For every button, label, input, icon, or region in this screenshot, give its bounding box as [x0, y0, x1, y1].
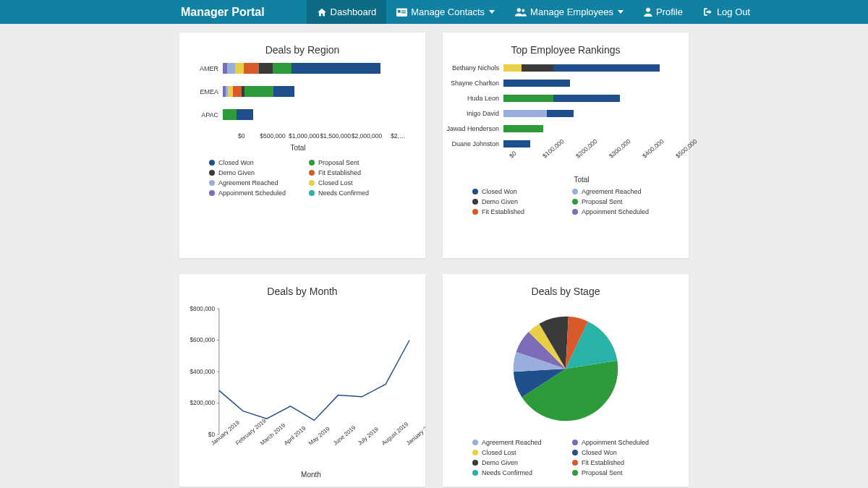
nav-dashboard[interactable]: Dashboard	[307, 0, 387, 24]
bar-segment[interactable]	[503, 64, 522, 72]
region-bar-label: EMEA	[182, 88, 223, 95]
emp-bar-label: Shayne Charlton	[446, 80, 503, 87]
emp-bar-row: Jawad Henderson	[446, 124, 674, 133]
legend-swatch	[472, 199, 478, 205]
legend-item[interactable]: Agreement Reached	[209, 179, 296, 187]
bar-segment[interactable]	[503, 110, 547, 117]
legend-label: Agreement Reached	[218, 179, 278, 187]
nav-dashboard-label: Dashboard	[331, 7, 377, 17]
emp-axis-label: Total	[446, 176, 674, 184]
bar-segment[interactable]	[503, 125, 543, 132]
legend-item[interactable]: Demo Given	[209, 169, 296, 176]
bar-segment[interactable]	[547, 110, 574, 117]
legend-item[interactable]: Demo Given	[472, 198, 559, 205]
emp-bar-track[interactable]	[503, 125, 674, 132]
legend-swatch	[572, 460, 578, 466]
region-bar-track[interactable]	[223, 63, 414, 74]
bar-segment[interactable]	[244, 63, 259, 74]
legend-item[interactable]: Proposal Sent	[309, 159, 396, 166]
bar-segment[interactable]	[259, 63, 273, 74]
nav-employees-label: Manage Employees	[530, 7, 613, 17]
emp-bar-track[interactable]	[503, 110, 674, 117]
legend-item[interactable]: Needs Confirmed	[472, 469, 559, 476]
legend-label: Agreement Reached	[582, 188, 642, 195]
legend-item[interactable]: Fit Established	[572, 459, 659, 466]
legend-item[interactable]: Proposal Sent	[572, 198, 659, 205]
legend-label: Proposal Sent	[582, 198, 623, 205]
legend-item[interactable]: Appoinment Scheduled	[209, 189, 296, 197]
legend-item[interactable]: Proposal Sent	[572, 469, 659, 476]
svg-point-6	[646, 8, 650, 12]
legend-item[interactable]: Closed Lost	[472, 449, 559, 456]
emp-bar-track[interactable]	[503, 95, 674, 102]
nav-employees[interactable]: Manage Employees	[505, 0, 634, 24]
svg-text:$600,000: $600,000	[190, 336, 216, 343]
svg-rect-1	[398, 9, 401, 12]
legend-item[interactable]: Fit Established	[309, 169, 396, 176]
emp-bar-label: Bethany Nichols	[446, 64, 503, 72]
emp-bar-track[interactable]	[503, 80, 674, 87]
region-bar-track[interactable]	[223, 109, 414, 120]
legend-item[interactable]: Appoinment Scheduled	[572, 208, 659, 215]
legend-label: Closed Won	[482, 188, 517, 195]
bar-segment[interactable]	[503, 95, 553, 102]
legend-swatch	[209, 190, 215, 196]
bar-segment[interactable]	[522, 64, 553, 72]
nav-logout[interactable]: Log Out	[693, 0, 760, 24]
bar-segment[interactable]	[227, 63, 234, 74]
month-axis-label: Month	[179, 471, 425, 479]
bar-segment[interactable]	[292, 63, 381, 74]
bar-segment[interactable]	[233, 86, 242, 97]
legend-item[interactable]: Closed Lost	[309, 179, 396, 187]
bar-segment[interactable]	[235, 63, 244, 74]
home-icon	[317, 7, 327, 17]
legend-label: Agreement Reached	[482, 439, 542, 446]
legend-swatch	[572, 440, 578, 445]
svg-point-4	[517, 8, 521, 12]
nav-profile[interactable]: Profile	[634, 0, 693, 24]
nav-contacts[interactable]: Manage Contacts	[386, 0, 505, 24]
legend-item[interactable]: Closed Won	[209, 159, 296, 166]
bar-segment[interactable]	[553, 64, 660, 72]
nav-profile-label: Profile	[656, 7, 683, 17]
legend-swatch	[472, 189, 478, 194]
region-legend: Closed WonProposal SentDemo GivenFit Est…	[179, 152, 425, 205]
bar-segment[interactable]	[237, 109, 253, 120]
user-icon	[644, 7, 652, 17]
legend-item[interactable]: Closed Won	[472, 188, 559, 195]
legend-label: Proposal Sent	[318, 159, 359, 166]
bar-segment[interactable]	[223, 109, 237, 120]
legend-item[interactable]: Agreement Reached	[472, 439, 559, 446]
users-icon	[515, 7, 527, 17]
legend-item[interactable]: Fit Established	[472, 208, 559, 215]
region-x-ticks: $0$500,000$1,000,000$1,500,000$2,000,000…	[182, 132, 414, 140]
legend-item[interactable]: Appoinment Scheduled	[572, 439, 659, 446]
emp-bar-track[interactable]	[503, 64, 674, 72]
region-bar-row: APAC	[182, 109, 414, 120]
svg-point-5	[522, 9, 524, 12]
bar-segment[interactable]	[553, 95, 620, 102]
bar-segment[interactable]	[244, 86, 273, 97]
emp-bar-row: Shayne Charlton	[446, 78, 674, 87]
legend-item[interactable]: Demo Given	[472, 459, 559, 466]
legend-item[interactable]: Agreement Reached	[572, 188, 659, 195]
bar-segment[interactable]	[503, 80, 570, 87]
row-2: Deals by Month $0$200,000$400,000$600,00…	[0, 274, 868, 487]
bar-segment[interactable]	[503, 140, 530, 147]
emp-x-ticks: $0$100,000$200,000$300,000$400,000$500,0…	[508, 154, 674, 176]
bar-segment[interactable]	[273, 63, 292, 74]
emp-bar-row: Bethany Nichols	[446, 63, 674, 72]
legend-label: Demo Given	[482, 459, 518, 466]
region-bar-label: AMER	[182, 65, 223, 72]
chevron-down-icon	[489, 10, 495, 14]
legend-item[interactable]: Needs Confirmed	[309, 189, 396, 197]
legend-label: Demo Given	[218, 169, 255, 176]
navbar: Manager Portal Dashboard Manage Contacts…	[0, 0, 868, 24]
stage-legend: Agreement ReachedAppoinment ScheduledClo…	[443, 435, 689, 484]
region-bars: AMEREMEAAPAC $0$500,000$1,000,000$1,500,…	[179, 63, 425, 152]
pie-chart	[443, 304, 689, 435]
region-bar-track[interactable]	[223, 86, 414, 97]
legend-item[interactable]: Closed Won	[572, 449, 659, 456]
brand[interactable]: Manager Portal	[181, 6, 265, 19]
bar-segment[interactable]	[273, 86, 294, 97]
